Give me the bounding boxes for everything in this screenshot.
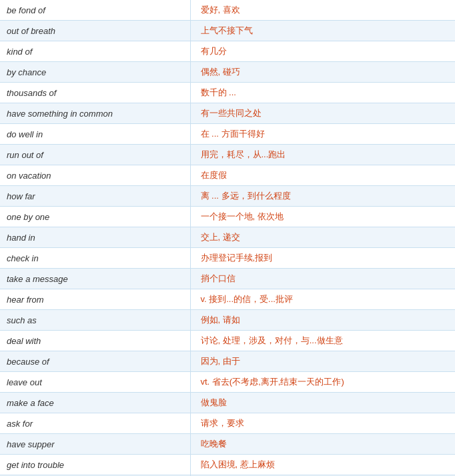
phrase-cell: be fond of	[0, 0, 190, 21]
table-row: by chance偶然, 碰巧	[0, 62, 455, 83]
table-row: out of breath上气不接下气	[0, 21, 455, 41]
table-row: get into trouble陷入困境, 惹上麻烦	[0, 455, 455, 475]
phrase-cell: hear from	[0, 289, 190, 310]
translation-cell: 交上, 递交	[190, 227, 455, 248]
phrase-cell: get into trouble	[0, 455, 190, 475]
phrase-cell: thousands of	[0, 83, 190, 103]
translation-cell: vt. 省去(不考虑,离开,结束一天的工作)	[190, 372, 455, 393]
translation-cell: 请求，要求	[190, 413, 455, 434]
translation-cell: 陷入困境, 惹上麻烦	[190, 455, 455, 475]
phrase-cell: on vacation	[0, 165, 190, 186]
table-row: hand in交上, 递交	[0, 227, 455, 248]
table-row: one by one一个接一个地, 依次地	[0, 207, 455, 227]
translation-cell: 吃晚餐	[190, 434, 455, 455]
table-row: deal with讨论, 处理，涉及，对付，与...做生意	[0, 331, 455, 351]
table-row: have something in common有一些共同之处	[0, 103, 455, 124]
table-row: on vacation在度假	[0, 165, 455, 186]
table-row: check in办理登记手续,报到	[0, 248, 455, 269]
phrase-cell: have something in common	[0, 103, 190, 124]
translation-cell: 离 ... 多远，到什么程度	[190, 186, 455, 207]
table-row: how far离 ... 多远，到什么程度	[0, 186, 455, 207]
translation-cell: 在度假	[190, 165, 455, 186]
table-row: run out of用完，耗尽，从...跑出	[0, 145, 455, 165]
translation-cell: 数千的 ...	[190, 83, 455, 103]
phrase-cell: run out of	[0, 145, 190, 165]
phrase-cell: take a message	[0, 269, 190, 289]
translation-cell: 爱好, 喜欢	[190, 0, 455, 21]
table-row: take a message捎个口信	[0, 269, 455, 289]
table-row: do well in在 ... 方面干得好	[0, 124, 455, 145]
phrase-cell: kind of	[0, 41, 190, 62]
translation-cell: 办理登记手续,报到	[190, 248, 455, 269]
phrase-cell: make a face	[0, 393, 190, 413]
phrase-cell: leave out	[0, 372, 190, 393]
phrase-cell: check in	[0, 248, 190, 269]
table-row: kind of有几分	[0, 41, 455, 62]
phrase-cell: out of breath	[0, 21, 190, 41]
translation-cell: 捎个口信	[190, 269, 455, 289]
table-row: leave outvt. 省去(不考虑,离开,结束一天的工作)	[0, 372, 455, 393]
translation-cell: 因为, 由于	[190, 351, 455, 372]
table-row: make a face做鬼脸	[0, 393, 455, 413]
table-row: hear fromv. 接到...的信，受...批评	[0, 289, 455, 310]
translation-cell: v. 接到...的信，受...批评	[190, 289, 455, 310]
phrase-table: be fond of爱好, 喜欢out of breath上气不接下气kind …	[0, 0, 455, 476]
translation-cell: 有一些共同之处	[190, 103, 455, 124]
table-row: be fond of爱好, 喜欢	[0, 0, 455, 21]
phrase-cell: deal with	[0, 331, 190, 351]
phrase-cell: one by one	[0, 207, 190, 227]
translation-cell: 讨论, 处理，涉及，对付，与...做生意	[190, 331, 455, 351]
table-row: such as例如, 请如	[0, 310, 455, 331]
translation-cell: 有几分	[190, 41, 455, 62]
translation-cell: 偶然, 碰巧	[190, 62, 455, 83]
translation-cell: 例如, 请如	[190, 310, 455, 331]
phrase-cell: by chance	[0, 62, 190, 83]
translation-cell: 在 ... 方面干得好	[190, 124, 455, 145]
phrase-cell: hand in	[0, 227, 190, 248]
translation-cell: 做鬼脸	[190, 393, 455, 413]
phrase-cell: do well in	[0, 124, 190, 145]
phrase-cell: because of	[0, 351, 190, 372]
table-row: have supper吃晚餐	[0, 434, 455, 455]
table-row: ask for请求，要求	[0, 413, 455, 434]
table-row: because of因为, 由于	[0, 351, 455, 372]
table-row: thousands of数千的 ...	[0, 83, 455, 103]
phrase-cell: ask for	[0, 413, 190, 434]
phrase-cell: how far	[0, 186, 190, 207]
phrase-cell: such as	[0, 310, 190, 331]
translation-cell: 一个接一个地, 依次地	[190, 207, 455, 227]
translation-cell: 用完，耗尽，从...跑出	[190, 145, 455, 165]
translation-cell: 上气不接下气	[190, 21, 455, 41]
phrase-cell: have supper	[0, 434, 190, 455]
